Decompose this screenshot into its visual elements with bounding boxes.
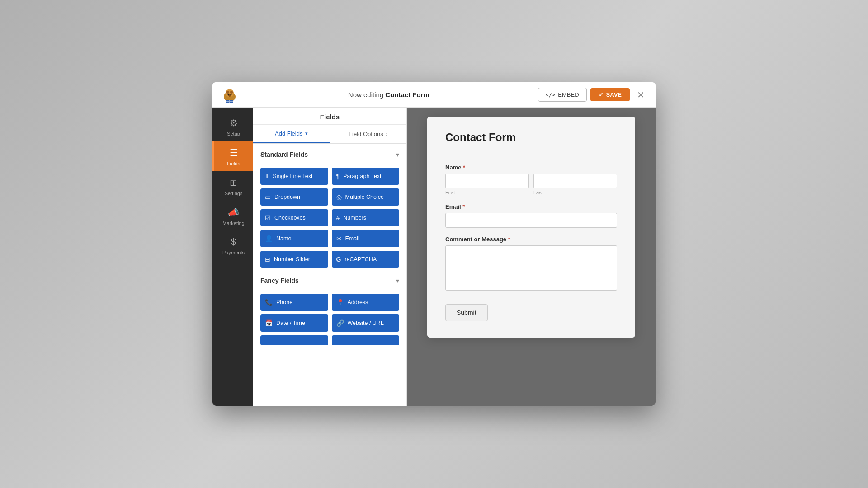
field-btn-recaptcha[interactable]: G reCAPTCHA [332,251,400,268]
check-icon: ✓ [599,91,604,98]
standard-fields-section-header: Standard Fields ▾ [260,151,399,162]
name-first-group: First [445,174,529,195]
name-last-input[interactable] [533,174,617,188]
field-btn-numbers[interactable]: # Numbers [332,209,400,226]
email-input[interactable] [445,213,617,228]
top-bar: Now editing Contact Form </> EMBED ✓ SAV… [212,82,656,108]
form-label-email: Email * [445,203,617,210]
standard-fields-grid: T Single Line Text ¶ Paragraph Text ▭ Dr… [260,168,399,268]
editing-title: Now editing Contact Form [245,91,533,99]
fancy-fields-section-header: Fancy Fields ▾ [260,277,399,288]
code-icon: </> [546,92,556,98]
field-btn-name[interactable]: 👤 Name [260,230,328,247]
field-btn-number-slider[interactable]: ⊟ Number Slider [260,251,328,268]
svg-point-4 [230,91,233,94]
multiple-choice-icon: ◎ [336,193,342,201]
tab-field-options[interactable]: Field Options › [330,125,407,143]
fancy-fields-grid: 📞 Phone 📍 Address 📅 Date / Time 🔗 Websit… [260,294,399,345]
dropdown-icon: ▭ [265,193,271,201]
form-label-name: Name * [445,164,617,171]
main-layout: ⚙ Setup ☰ Fields ⊞ Settings 📣 Marketing … [212,108,656,406]
sidebar-item-marketing[interactable]: 📣 Marketing [212,201,253,230]
close-button[interactable]: ✕ [633,88,648,102]
calendar-icon: 📅 [265,319,273,327]
svg-point-6 [228,94,229,95]
required-star-message: * [508,236,510,243]
paragraph-icon: ¶ [336,173,340,180]
name-last-group: Last [533,174,617,195]
fancy-fields-title: Fancy Fields [260,277,299,284]
checkboxes-icon: ☑ [265,214,271,221]
email-icon: ✉ [336,235,342,242]
field-btn-single-line[interactable]: T Single Line Text [260,168,328,185]
save-button[interactable]: ✓ SAVE [590,88,630,101]
standard-fields-toggle[interactable]: ▾ [396,151,399,158]
sidebar-label-fields: Fields [227,161,240,166]
form-field-message: Comment or Message * [445,236,617,292]
fields-icon: ☰ [230,147,238,158]
field-btn-phone[interactable]: 📞 Phone [260,294,328,311]
field-btn-more2[interactable] [332,335,400,345]
name-first-label: First [445,190,529,195]
app-window: Now editing Contact Form </> EMBED ✓ SAV… [212,82,656,406]
sidebar-label-payments: Payments [222,250,245,255]
name-last-label: Last [533,190,617,195]
fields-panel-title: Fields [253,108,406,125]
standard-fields-title: Standard Fields [260,151,308,158]
form-field-email: Email * [445,203,617,228]
embed-button[interactable]: </> EMBED [538,88,587,102]
field-btn-checkboxes[interactable]: ☑ Checkboxes [260,209,328,226]
field-btn-multiple-choice[interactable]: ◎ Multiple Choice [332,188,400,206]
fields-content: Standard Fields ▾ T Single Line Text ¶ P… [253,144,406,406]
phone-icon: 📞 [265,299,273,306]
field-btn-email[interactable]: ✉ Email [332,230,400,247]
dollar-icon: $ [231,237,236,247]
field-btn-paragraph[interactable]: ¶ Paragraph Text [332,168,400,185]
chevron-right-icon: › [386,131,388,137]
gear-icon: ⚙ [230,117,238,128]
name-icon: 👤 [265,235,273,242]
sidebar-item-fields[interactable]: ☰ Fields [212,141,253,171]
single-line-icon: T [265,173,269,180]
svg-point-7 [231,94,232,95]
top-bar-actions: </> EMBED ✓ SAVE ✕ [538,88,648,102]
sidebar-label-setup: Setup [227,131,240,136]
name-inputs: First Last [445,174,617,195]
fancy-fields-toggle[interactable]: ▾ [396,277,399,284]
name-first-input[interactable] [445,174,529,188]
sidebar-item-settings[interactable]: ⊞ Settings [212,171,253,201]
sidebar-item-setup[interactable]: ⚙ Setup [212,111,253,141]
required-star-name: * [463,164,465,171]
sidebar: ⚙ Setup ☰ Fields ⊞ Settings 📣 Marketing … [212,108,253,406]
address-icon: 📍 [336,299,344,306]
submit-button[interactable]: Submit [445,304,488,321]
numbers-icon: # [336,214,340,221]
message-textarea[interactable] [445,245,617,291]
megaphone-icon: 📣 [228,207,239,218]
slider-icon: ⊟ [265,256,270,263]
recaptcha-icon: G [336,256,341,263]
svg-point-3 [226,91,229,94]
tab-field-options-label: Field Options [349,131,383,137]
field-btn-more1[interactable] [260,335,328,345]
form-label-message: Comment or Message * [445,236,617,243]
fields-panel: Fields Add Fields ▾ Field Options › Stan… [253,108,407,406]
app-logo [220,85,240,105]
sidebar-item-payments[interactable]: $ Payments [212,230,253,260]
chevron-down-icon: ▾ [305,131,308,136]
field-btn-website[interactable]: 🔗 Website / URL [332,314,400,332]
form-title: Contact Form [445,131,617,144]
tab-add-fields[interactable]: Add Fields ▾ [253,125,330,143]
tab-add-fields-label: Add Fields [275,130,302,137]
field-btn-dropdown[interactable]: ▭ Dropdown [260,188,328,206]
form-field-name: Name * First Last [445,164,617,195]
sliders-icon: ⊞ [230,177,237,188]
sidebar-label-settings: Settings [225,191,243,196]
form-divider [445,155,617,155]
form-card: Contact Form Name * First [427,117,635,338]
preview-panel: Contact Form Name * First [407,108,656,406]
sidebar-label-marketing: Marketing [222,221,244,226]
field-btn-address[interactable]: 📍 Address [332,294,400,311]
field-btn-datetime[interactable]: 📅 Date / Time [260,314,328,332]
link-icon: 🔗 [336,319,344,327]
